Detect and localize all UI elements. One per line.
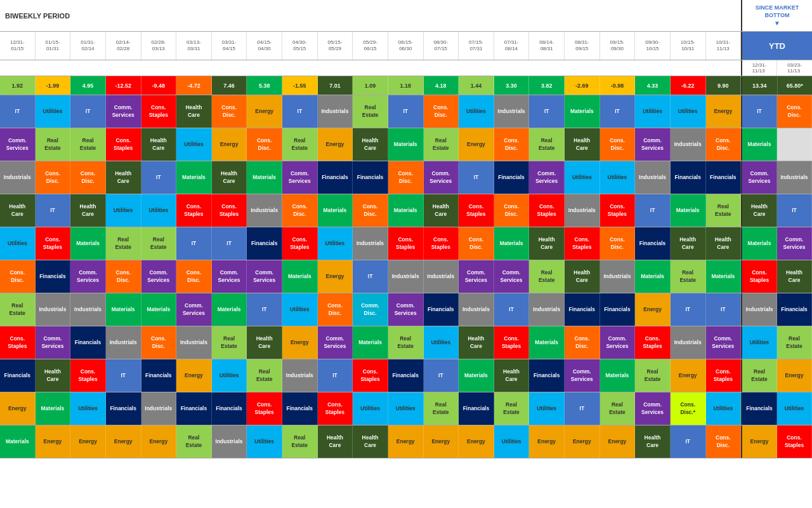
sector-row-right-0: ITCons.Disc.: [742, 95, 812, 128]
sector-cell-9-15: Utilities: [529, 392, 565, 425]
sector-cell-5-16: HealthCare: [565, 260, 600, 293]
return-cell-7: 5.38: [247, 76, 282, 95]
sector-cell-10-17: Energy: [600, 425, 636, 458]
sector-ytd-cell-3-0: HealthCare: [742, 194, 777, 227]
sector-ytd-cell-9-1: Utilities: [777, 392, 812, 425]
sector-cell-9-18: Comm.Services: [635, 392, 671, 425]
sector-cell-5-19: RealEstate: [671, 260, 706, 293]
sector-cell-6-20: IT: [706, 293, 742, 326]
sector-ytd-cell-6-1: Financials: [777, 293, 812, 326]
date-cell-0: 12/31-01/15: [0, 32, 36, 60]
since-date-range: 03/23-11/13: [777, 60, 812, 76]
sector-row-right-3: HealthCareIT: [742, 194, 812, 227]
sector-cell-3-16: Industrials: [565, 194, 600, 227]
since-dates: 03/23-11/13: [787, 62, 802, 74]
date-cell-10: 05/29-06/15: [353, 32, 388, 60]
sector-row-0: ITUtilitiesITComm.ServicesCons.StaplesHe…: [0, 95, 812, 128]
sector-cell-5-3: Cons.Disc.: [106, 260, 141, 293]
sector-cell-1-4: HealthCare: [141, 128, 177, 161]
sector-cell-0-19: Utilities: [671, 95, 706, 128]
sector-cell-1-7: Cons.Disc.: [247, 128, 282, 161]
ytd-label: YTD: [769, 41, 785, 51]
sector-cell-7-13: HealthCare: [459, 326, 494, 359]
sector-cell-3-12: HealthCare: [424, 194, 459, 227]
sector-cell-3-13: Cons.Staples: [459, 194, 494, 227]
sector-cell-3-7: Industrials: [247, 194, 282, 227]
sector-cell-10-8: RealEstate: [282, 425, 318, 458]
sector-cell-6-13: Industrials: [459, 293, 494, 326]
sector-cell-9-13: Financials: [459, 392, 494, 425]
sector-cell-4-1: Cons.Staples: [36, 227, 71, 260]
sector-cell-2-3: HealthCare: [106, 161, 141, 194]
sector-cell-4-6: IT: [212, 227, 247, 260]
sector-cell-2-8: Comm.Services: [282, 161, 318, 194]
sector-ytd-cell-5-0: Cons.Staples: [742, 260, 777, 293]
sector-cell-0-1: Utilities: [36, 95, 71, 128]
return-cell-3: -12.52: [106, 76, 141, 95]
sector-cell-0-15: IT: [529, 95, 565, 128]
arrow-down-icon: ▼: [774, 20, 780, 27]
sector-cell-3-4: Utilities: [141, 194, 177, 227]
date-cell-11: 06/15-06/30: [388, 32, 424, 60]
date-cell-5: 03/13-03/31: [176, 32, 212, 60]
sector-cell-6-16: Financials: [565, 293, 600, 326]
sector-cell-10-18: HealthCare: [635, 425, 671, 458]
return-cell-17: -0.98: [600, 76, 636, 95]
sector-row-9: EnergyMaterialsUtilitiesFinancialsIndust…: [0, 392, 812, 425]
sector-cell-10-2: Energy: [70, 425, 106, 458]
sector-cell-3-15: Cons.Staples: [529, 194, 565, 227]
sector-cell-0-3: Comm.Services: [106, 95, 141, 128]
sector-cell-6-0: RealEstate: [0, 293, 36, 326]
sector-row-2: IndustrialsCons.Disc.Cons.Disc.HealthCar…: [0, 161, 812, 194]
sector-cell-1-2: RealEstate: [70, 128, 106, 161]
sector-cell-8-20: Cons.Staples: [706, 359, 742, 392]
sector-cell-3-6: Cons.Staples: [212, 194, 247, 227]
sector-cell-8-3: IT: [106, 359, 141, 392]
sector-cell-7-11: RealEstate: [388, 326, 424, 359]
sector-row-right-10: EnergyCons.Staples: [742, 425, 812, 458]
sector-cell-10-12: Energy: [424, 425, 459, 458]
sector-ytd-cell-4-0: Materials: [742, 227, 777, 260]
date-cell-15: 08/14-08/31: [529, 32, 565, 60]
sector-cell-10-7: Utilities: [247, 425, 282, 458]
return-cell-10: 1.09: [353, 76, 388, 95]
sector-cell-7-19: Industrials: [671, 326, 706, 359]
sector-row-right-6: IndustrialsFinancials: [742, 293, 812, 326]
sector-cell-6-18: Energy: [635, 293, 671, 326]
sector-cell-2-2: Cons.Disc.: [70, 161, 106, 194]
sector-cell-9-8: Financials: [282, 392, 318, 425]
sector-cell-7-9: Comm.Services: [318, 326, 353, 359]
sector-cell-4-12: Cons.Staples: [424, 227, 459, 260]
sector-ytd-cell-8-1: Energy: [777, 359, 812, 392]
sector-cell-3-14: Cons.Disc.: [494, 194, 530, 227]
date-cell-9: 05/15-05/29: [318, 32, 353, 60]
sector-cell-5-11: Industrials: [388, 260, 424, 293]
sector-cell-2-10: Financials: [353, 161, 388, 194]
sector-cell-9-11: Utilities: [388, 392, 424, 425]
sector-cell-9-5: Financials: [176, 392, 212, 425]
sector-cell-10-13: Energy: [459, 425, 494, 458]
sector-cell-1-20: Cons.Disc.: [706, 128, 742, 161]
sector-cell-9-6: Financials: [212, 392, 247, 425]
sector-row-left-3: HealthCareITHealthCareUtilitiesUtilities…: [0, 194, 742, 227]
sector-cell-8-13: Materials: [459, 359, 494, 392]
sector-cell-8-14: HealthCare: [494, 359, 530, 392]
sector-cell-9-19: Cons.Disc.*: [671, 392, 706, 425]
sector-cell-2-6: HealthCare: [212, 161, 247, 194]
date-cell-4: 02/28-03/13: [141, 32, 177, 60]
sector-cell-0-5: HealthCare: [176, 95, 212, 128]
sector-cell-0-12: Cons.Disc.: [424, 95, 459, 128]
sector-cell-0-11: IT: [388, 95, 424, 128]
sector-row-left-5: Cons.Disc.FinancialsComm.ServicesCons.Di…: [0, 260, 742, 293]
return-cell-20: 9.90: [706, 76, 742, 95]
sector-cell-10-19: IT: [671, 425, 706, 458]
sector-cell-2-9: Financials: [318, 161, 353, 194]
sector-row-6: RealEstateIndustrialsIndustrialsMaterial…: [0, 293, 812, 326]
sector-row-left-9: EnergyMaterialsUtilitiesFinancialsIndust…: [0, 392, 742, 425]
sector-cell-7-6: RealEstate: [212, 326, 247, 359]
sector-row-left-2: IndustrialsCons.Disc.Cons.Disc.HealthCar…: [0, 161, 742, 194]
sector-cell-3-11: Materials: [388, 194, 424, 227]
sector-cell-2-1: Cons.Disc.: [36, 161, 71, 194]
sector-cell-5-7: Comm.Services: [247, 260, 282, 293]
date-cell-2: 01/31-02/14: [70, 32, 106, 60]
